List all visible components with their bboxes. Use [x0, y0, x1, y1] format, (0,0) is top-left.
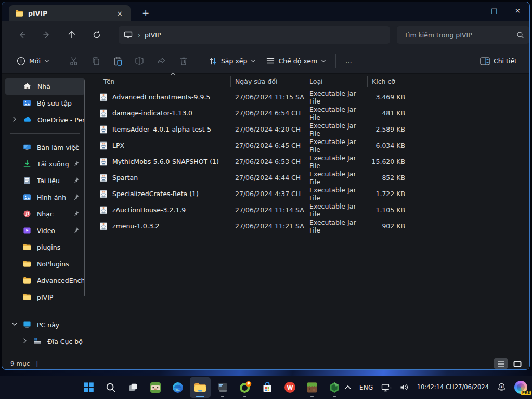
address-bar[interactable]: › pIVIP [119, 26, 390, 44]
rename-button[interactable] [129, 52, 151, 70]
sidebar-item-home[interactable]: Nhà [5, 78, 85, 95]
notification-bell-button[interactable]: z [495, 378, 508, 397]
table-row[interactable]: Spartan 27/06/2024 4:44 CH Executable Ja… [88, 170, 529, 186]
column-headers: Tên Ngày sửa đổi Loại Kích cỡ [88, 74, 529, 89]
file-explorer-icon[interactable] [190, 377, 211, 398]
up-button[interactable] [63, 27, 80, 43]
edge-browser-icon[interactable] [167, 377, 188, 398]
start-button[interactable] [78, 377, 99, 398]
file-name: Spartan [112, 174, 138, 182]
copy-button[interactable] [85, 52, 107, 70]
tab-title: pIVIP [28, 9, 113, 17]
copilot-button[interactable]: PRE [513, 378, 529, 397]
tab-close-button[interactable]: × [113, 8, 126, 19]
folder-icon [23, 243, 31, 251]
sidebar-item-downloads[interactable]: Tải xuống [5, 156, 85, 172]
table-row[interactable]: damage-indicator-1.13.0 27/06/2024 6:54 … [88, 105, 529, 121]
jar-file-icon [99, 174, 108, 182]
sidebar-item-pictures[interactable]: Hình ảnh [5, 189, 85, 205]
bell-dnd-icon: z [497, 382, 507, 392]
jar-file-icon [99, 141, 108, 150]
task-view-button[interactable] [123, 377, 144, 398]
sidebar-item-local-disk-c[interactable]: Đĩa Cục bộ (C: [5, 333, 85, 350]
maximize-button[interactable]: □ [483, 2, 506, 19]
search-input[interactable] [404, 31, 516, 39]
new-button[interactable]: Mới [11, 52, 55, 70]
console-app-icon[interactable] [212, 377, 233, 398]
command-bar: Mới [2, 48, 529, 74]
delete-button[interactable] [173, 52, 194, 70]
explorer-tab[interactable]: pIVIP × [9, 5, 131, 21]
sidebar-item-music[interactable]: Nhạc [5, 205, 85, 222]
sidebar-item-label: AdvancedEncha [37, 277, 85, 285]
file-size: 1.105 KB [368, 206, 409, 214]
sidebar-item-desktop[interactable]: Bàn làm việc [5, 139, 85, 156]
details-view-toggle[interactable] [494, 358, 508, 369]
forward-button[interactable] [38, 27, 55, 43]
large-icons-view-toggle[interactable] [511, 358, 524, 369]
view-mode-button[interactable]: Chế độ xem [261, 52, 331, 70]
sidebar-item-onedrive[interactable]: OneDrive - Pers [5, 111, 85, 128]
sort-button[interactable]: Sắp xếp [203, 52, 262, 70]
volume-indicator[interactable] [398, 378, 411, 397]
file-explorer-icon [193, 381, 207, 394]
window-body: Nhà Bộ sưu tập OneDrive - Pers [2, 74, 529, 358]
breadcrumb[interactable]: pIVIP [145, 31, 161, 39]
microsoft-store-icon[interactable] [257, 377, 278, 398]
column-header-date[interactable]: Ngày sửa đổi [231, 76, 305, 87]
file-name-cell: ItemsAdder_4.0.1-alpha-test-5 [88, 125, 231, 134]
file-type: Executable Jar File [305, 89, 368, 105]
cut-button[interactable] [63, 52, 85, 70]
back-button[interactable] [14, 27, 30, 43]
network-indicator[interactable] [380, 378, 393, 397]
sidebar-item-plugins-folder[interactable]: plugins [5, 239, 85, 255]
paste-button[interactable] [107, 52, 129, 70]
search-button[interactable] [100, 377, 121, 398]
column-header-type[interactable]: Loại [305, 76, 368, 87]
table-row[interactable]: zAuctionHouse-3.2.1.9 27/06/2024 11:14 S… [88, 202, 529, 218]
tray-overflow-button[interactable] [343, 378, 353, 397]
table-row[interactable]: LPX 27/06/2024 6:45 CH Executable Jar Fi… [88, 137, 529, 153]
table-row[interactable]: zmenu-1.0.3.2 27/06/2024 11:21 SA Execut… [88, 218, 529, 234]
wps-office-icon[interactable]: W [279, 377, 300, 398]
svg-text:W: W [287, 384, 293, 391]
sidebar-item-pivip-folder[interactable]: pIVIP [5, 289, 85, 305]
table-row[interactable]: SpecializedCrates-Beta (1) 27/06/2024 4:… [88, 186, 529, 202]
sidebar-item-gallery[interactable]: Bộ sưu tập [5, 95, 85, 111]
new-tab-button[interactable]: + [138, 6, 153, 20]
minimize-button[interactable]: – [459, 2, 483, 19]
game-app-icon[interactable] [145, 377, 166, 398]
jar-file-icon [99, 125, 108, 134]
share-button[interactable] [151, 52, 173, 70]
sidebar-item-advancedenchantments-folder[interactable]: AdvancedEncha [5, 272, 85, 289]
title-bar: pIVIP × + – □ × [2, 2, 529, 21]
minecraft-icon[interactable] [302, 377, 322, 398]
sidebar-item-documents[interactable]: Tài liệu [5, 172, 85, 189]
p-badge-app-icon[interactable]: P [235, 377, 255, 398]
sidebar-scrollbar[interactable] [84, 80, 85, 296]
table-row[interactable]: ItemsAdder_4.0.1-alpha-test-5 27/06/2024… [88, 121, 529, 137]
sidebar-item-noplugins-folder[interactable]: NoPlugins [5, 255, 85, 272]
file-name: ItemsAdder_4.0.1-alpha-test-5 [112, 125, 211, 133]
table-row[interactable]: AdvancedEnchantments-9.9.5 27/06/2024 11… [88, 89, 529, 105]
search-box[interactable] [397, 26, 529, 44]
close-button[interactable]: × [506, 2, 529, 19]
sidebar-item-this-pc[interactable]: PC này [5, 316, 85, 333]
arrow-left-icon [17, 30, 27, 40]
taskbar: P W [0, 376, 532, 399]
column-header-size[interactable]: Kích cỡ [368, 76, 409, 87]
more-options-button[interactable]: … [340, 52, 357, 70]
language-indicator[interactable]: ENG [358, 378, 375, 397]
desktop-icon [23, 143, 31, 151]
refresh-button[interactable] [88, 27, 105, 43]
table-row[interactable]: MythicMobs-5.6.0-SNAPSHOT (1) 27/06/2024… [88, 153, 529, 170]
column-header-name[interactable]: Tên [88, 76, 231, 87]
sidebar-item-videos[interactable]: Video [5, 222, 85, 239]
details-pane-button[interactable]: Chi tiết [475, 52, 522, 70]
taskbar-clock[interactable]: 10:42:14 CH 27/06/2024 [416, 378, 490, 397]
this-pc-icon [124, 31, 133, 39]
navigation-bar: › pIVIP [2, 21, 529, 48]
hexagon-app-icon[interactable] [324, 377, 345, 398]
sort-arrows-icon [209, 57, 217, 66]
clock-time: 10:42:14 CH [417, 383, 455, 392]
